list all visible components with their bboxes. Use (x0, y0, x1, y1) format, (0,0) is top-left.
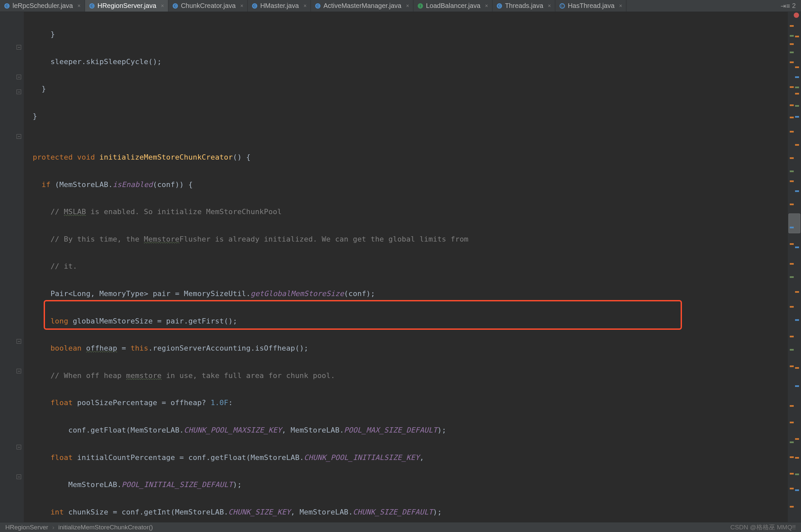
close-icon[interactable]: × (406, 3, 409, 9)
code-line: long globalMemStoreSize = pair.getFirst(… (24, 314, 788, 328)
java-class-icon: C (4, 3, 10, 9)
stripe-mark[interactable] (795, 116, 799, 118)
stripe-mark[interactable] (790, 25, 794, 27)
stripe-mark[interactable] (790, 456, 794, 458)
stripe-mark[interactable] (795, 489, 799, 491)
stripe-mark[interactable] (795, 291, 799, 293)
stripe-mark[interactable] (790, 171, 794, 172)
tab-file-5[interactable]: I LoadBalancer.java × (413, 0, 492, 12)
stripe-mark[interactable] (795, 36, 799, 37)
stripe-mark[interactable] (790, 117, 794, 118)
editor-gutter[interactable]: −−−−−−−− (0, 12, 24, 522)
stripe-mark[interactable] (790, 349, 794, 350)
close-icon[interactable]: × (161, 3, 164, 9)
fold-toggle-icon[interactable]: − (17, 45, 21, 50)
stripe-mark[interactable] (790, 306, 794, 308)
stripe-mark[interactable] (790, 422, 794, 423)
fold-toggle-icon[interactable]: − (17, 445, 21, 450)
stripe-mark[interactable] (790, 180, 794, 182)
stripe-mark[interactable] (790, 365, 794, 367)
stripe-mark[interactable] (795, 247, 799, 248)
tab-file-7[interactable]: C HasThread.java × (555, 0, 627, 12)
stripe-mark[interactable] (790, 52, 794, 53)
stripe-mark[interactable] (790, 43, 794, 45)
tab-file-4[interactable]: C ActiveMasterManager.java × (311, 0, 413, 12)
stripe-mark[interactable] (795, 319, 799, 321)
breadcrumb-class[interactable]: HRegionServer (5, 524, 48, 531)
stripe-mark[interactable] (795, 66, 799, 68)
tab-label: ChunkCreator.java (181, 2, 236, 10)
code-line: } (24, 82, 788, 95)
tab-file-6[interactable]: C Threads.java × (492, 0, 555, 12)
stripe-mark[interactable] (790, 506, 794, 508)
stripe-mark[interactable] (790, 35, 794, 37)
stripe-mark[interactable] (795, 474, 799, 475)
close-icon[interactable]: × (619, 3, 622, 9)
stripe-mark[interactable] (795, 385, 799, 387)
tab-label: HRegionServer.java (97, 2, 157, 10)
stripe-mark[interactable] (795, 93, 799, 95)
stripe-mark[interactable] (790, 243, 794, 245)
stripe-mark[interactable] (790, 104, 794, 106)
code-line: sleeper.skipSleepCycle(); (24, 55, 788, 69)
stripe-mark[interactable] (790, 405, 794, 407)
stripe-mark[interactable] (795, 438, 799, 440)
java-interface-icon: I (417, 3, 423, 9)
stripe-mark[interactable] (795, 367, 799, 369)
code-editor[interactable]: } sleeper.skipSleepCycle(); } } protecte… (24, 12, 788, 522)
java-class-icon: C (315, 3, 321, 9)
error-stripe[interactable] (788, 12, 801, 522)
stripe-mark[interactable] (790, 473, 794, 475)
fold-toggle-icon[interactable]: − (17, 339, 21, 344)
overflow-count: 2 (792, 2, 796, 10)
close-icon[interactable]: × (485, 3, 488, 9)
breadcrumb-method[interactable]: initializeMemStoreChunkCreator() (58, 524, 153, 531)
close-icon[interactable]: × (240, 3, 243, 9)
stripe-mark[interactable] (790, 336, 794, 337)
close-icon[interactable]: × (304, 3, 307, 9)
stripe-mark[interactable] (790, 227, 794, 228)
fold-toggle-icon[interactable]: − (17, 90, 21, 94)
stripe-mark[interactable] (790, 131, 794, 133)
fold-toggle-icon[interactable]: − (17, 75, 21, 79)
stripe-mark[interactable] (795, 190, 799, 192)
stripe-mark[interactable] (790, 204, 794, 205)
svg-text:C: C (6, 4, 8, 8)
tab-file-3[interactable]: C HMaster.java × (248, 0, 311, 12)
stripe-mark[interactable] (790, 441, 794, 443)
code-line: float poolSizePercentage = offheap? 1.0F… (24, 396, 788, 410)
code-line: Pair<Long, MemoryType> pair = MemorySize… (24, 287, 788, 300)
stripe-mark[interactable] (795, 105, 799, 107)
code-line: if (MemStoreLAB.isEnabled(conf)) { (24, 178, 788, 191)
stripe-mark[interactable] (795, 76, 799, 78)
java-class-icon: C (89, 3, 95, 9)
java-class-icon: C (496, 3, 502, 9)
stripe-mark[interactable] (795, 87, 799, 88)
stripe-mark[interactable] (795, 144, 799, 146)
tab-label: leRpcScheduler.java (13, 2, 73, 10)
java-class-icon: C (252, 3, 258, 9)
code-line: int chunkSize = conf.getInt(MemStoreLAB.… (24, 505, 788, 519)
tab-file-1[interactable]: C HRegionServer.java × (85, 0, 168, 12)
code-line: boolean offheap = this.regionServerAccou… (24, 341, 788, 355)
scrollbar-thumb[interactable] (788, 213, 800, 233)
code-line: } (24, 109, 788, 123)
tab-file-0[interactable]: C leRpcScheduler.java × (0, 0, 85, 12)
stripe-mark[interactable] (790, 61, 794, 63)
svg-text:I: I (420, 4, 421, 8)
stripe-mark[interactable] (790, 488, 794, 489)
stripe-mark[interactable] (790, 86, 794, 88)
tab-file-2[interactable]: C ChunkCreator.java × (168, 0, 248, 12)
error-indicator-icon[interactable] (794, 13, 799, 18)
close-icon[interactable]: × (77, 3, 80, 9)
tab-overflow-indicator[interactable]: ⇥≡ 2 (781, 0, 801, 12)
fold-toggle-icon[interactable]: − (17, 475, 21, 479)
fold-toggle-icon[interactable]: − (17, 134, 21, 139)
stripe-mark[interactable] (795, 457, 799, 459)
close-icon[interactable]: × (548, 3, 551, 9)
stripe-mark[interactable] (790, 157, 794, 159)
stripe-mark[interactable] (790, 263, 794, 265)
stripe-mark[interactable] (790, 276, 794, 278)
code-line: // When off heap memstore in use, take f… (24, 369, 788, 382)
fold-toggle-icon[interactable]: − (17, 369, 21, 374)
